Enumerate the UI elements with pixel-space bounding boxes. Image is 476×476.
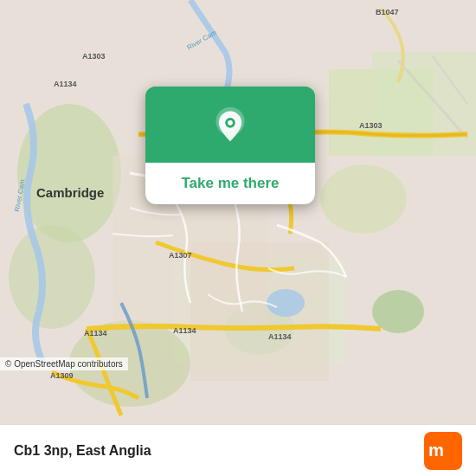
take-me-there-button[interactable]: Take me there — [145, 163, 315, 204]
svg-point-2 — [9, 225, 95, 329]
bottom-bar: Cb1 3np, East Anglia m — [0, 424, 476, 476]
svg-point-32 — [228, 120, 233, 125]
svg-rect-12 — [372, 52, 476, 156]
svg-rect-10 — [190, 242, 329, 381]
svg-text:B1047: B1047 — [376, 8, 399, 16]
svg-text:A1134: A1134 — [268, 332, 292, 341]
map-container: A1134 A1303 A1303 A1303 B1047 A1307 A113… — [0, 0, 476, 424]
moovit-icon: m — [424, 432, 462, 470]
svg-text:A1134: A1134 — [173, 326, 196, 335]
svg-text:A1309: A1309 — [50, 371, 74, 380]
svg-text:A1303: A1303 — [359, 121, 383, 130]
svg-text:Cambridge: Cambridge — [36, 185, 104, 200]
popup-top — [145, 87, 315, 163]
svg-text:A1134: A1134 — [84, 329, 107, 338]
location-name: Cb1 3np, East Anglia — [14, 443, 151, 459]
svg-point-11 — [267, 289, 305, 317]
moovit-logo: m — [424, 432, 462, 470]
svg-text:m: m — [428, 441, 443, 460]
popup-card: Take me there — [145, 87, 315, 204]
svg-text:A1303: A1303 — [82, 52, 106, 61]
location-info: Cb1 3np, East Anglia — [14, 443, 151, 459]
map-attribution: © OpenStreetMap contributors — [0, 357, 128, 370]
svg-text:A1307: A1307 — [169, 251, 192, 260]
location-pin-icon — [209, 106, 251, 147]
svg-text:A1134: A1134 — [54, 80, 77, 88]
svg-point-4 — [320, 164, 407, 234]
